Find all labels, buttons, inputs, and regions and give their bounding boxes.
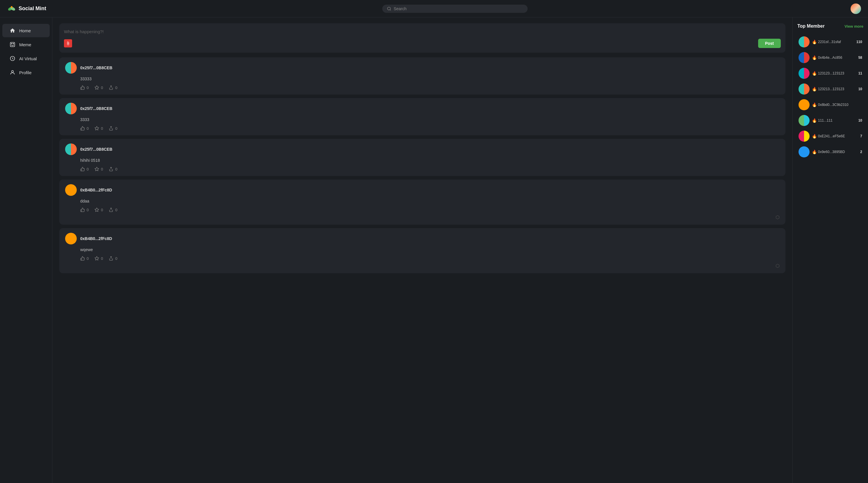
card-actions: 0 0 0 xyxy=(65,126,780,131)
member-avatar xyxy=(799,115,810,126)
member-avatar xyxy=(799,84,810,94)
member-row-4[interactable]: 🔥 123213...123123 10 xyxy=(797,81,863,97)
member-row-6[interactable]: 🔥 111...111 10 xyxy=(797,113,863,128)
meme-icon xyxy=(9,41,16,48)
like-action[interactable]: 0 xyxy=(80,85,89,90)
top-member-header: Top Member View more xyxy=(797,23,863,29)
right-sidebar: Top Member View more 🔥 2231sf...31sfaf 1… xyxy=(793,18,868,483)
member-name: 0x9e60...3895BD xyxy=(818,150,845,154)
member-row-5[interactable]: 🔥 0x8bd0...3C9b2310 xyxy=(797,97,863,113)
fire-icon: 🔥 xyxy=(812,103,817,107)
star-action[interactable]: 0 xyxy=(94,167,103,171)
avatar xyxy=(65,143,77,155)
member-score: 11 xyxy=(859,71,862,75)
member-row-2[interactable]: 🔥 0x4b4e...Ac856 58 xyxy=(797,50,863,65)
member-row-8[interactable]: 🔥 0x9e60...3895BD 2 xyxy=(797,144,863,160)
svg-point-2 xyxy=(11,6,12,8)
member-row-3[interactable]: 🔥 123123...123123 11 xyxy=(797,65,863,81)
like-action[interactable]: 0 xyxy=(80,256,89,261)
like-icon xyxy=(80,85,85,90)
fire-icon: 🔥 xyxy=(812,71,817,76)
share-action[interactable]: 0 xyxy=(109,207,117,212)
card-actions: 0 0 0 xyxy=(65,256,780,261)
like-count: 0 xyxy=(87,86,89,90)
card-header: 0xB4B0...2fFc8D xyxy=(65,233,780,245)
star-count: 0 xyxy=(101,208,103,212)
star-action[interactable]: 0 xyxy=(94,256,103,261)
profile-icon xyxy=(9,69,16,76)
post-input-card: What is happening?! Post xyxy=(59,23,785,53)
like-action[interactable]: 0 xyxy=(80,167,89,171)
star-action[interactable]: 0 xyxy=(94,85,103,90)
star-action[interactable]: 0 xyxy=(94,207,103,212)
like-icon xyxy=(80,167,85,171)
app-name: Social Mint xyxy=(19,5,46,12)
svg-point-3 xyxy=(388,7,391,10)
member-name: 123213...123123 xyxy=(818,87,844,91)
view-more-button[interactable]: View more xyxy=(844,24,863,29)
post-button[interactable]: Post xyxy=(758,39,781,48)
nft-icon: ⬡ xyxy=(776,263,780,268)
attach-icon[interactable] xyxy=(64,39,72,48)
share-action[interactable]: 0 xyxy=(109,167,117,171)
card-actions: 0 0 0 xyxy=(65,207,780,212)
post-input-actions: Post xyxy=(64,39,781,48)
post-content: wqewe xyxy=(65,247,780,252)
share-action[interactable]: 0 xyxy=(109,126,117,131)
logo-area: Social Mint xyxy=(7,4,59,13)
username: 0x25f7...0B8CEB xyxy=(80,65,113,70)
member-score: 10 xyxy=(859,87,862,91)
avatar xyxy=(65,103,77,114)
star-action[interactable]: 0 xyxy=(94,126,103,131)
svg-marker-10 xyxy=(95,86,99,89)
avatar xyxy=(65,62,77,74)
svg-marker-18 xyxy=(95,256,99,260)
fire-icon: 🔥 xyxy=(812,87,817,91)
member-score: 7 xyxy=(860,134,862,138)
search-input[interactable] xyxy=(394,6,523,11)
share-action[interactable]: 0 xyxy=(109,256,117,261)
search-bar xyxy=(59,5,850,13)
like-count: 0 xyxy=(87,256,89,261)
member-info: 🔥 2231sf...31sfaf xyxy=(812,39,854,44)
post-placeholder[interactable]: What is happening?! xyxy=(64,28,781,35)
share-action[interactable]: 0 xyxy=(109,85,117,90)
search-wrapper xyxy=(382,5,528,13)
member-row-1[interactable]: 🔥 2231sf...31sfaf 110 xyxy=(797,34,863,50)
username: 0x25f7...0B8CEB xyxy=(80,147,113,151)
like-action[interactable]: 0 xyxy=(80,126,89,131)
share-count: 0 xyxy=(115,256,117,261)
topnav: Social Mint xyxy=(0,0,868,18)
member-score: 2 xyxy=(860,150,862,154)
sidebar-item-profile[interactable]: Profile xyxy=(2,66,50,79)
fire-icon: 🔥 xyxy=(812,55,817,60)
star-icon xyxy=(94,126,99,131)
share-count: 0 xyxy=(115,126,117,131)
share-icon xyxy=(109,126,113,131)
member-avatar xyxy=(799,52,810,63)
sidebar-item-meme[interactable]: Meme xyxy=(2,38,50,51)
card-actions: 0 0 0 xyxy=(65,167,780,171)
feed-card-2: 0x25f7...0B8CEB 3333 0 0 0 xyxy=(59,98,785,135)
fire-icon: 🔥 xyxy=(812,39,817,44)
feed-card-5: 0xB4B0...2fFc8D wqewe 0 0 0 ⬡ xyxy=(59,228,785,273)
star-count: 0 xyxy=(101,86,103,90)
like-action[interactable]: 0 xyxy=(80,207,89,212)
sidebar-item-label-meme: Meme xyxy=(19,42,31,47)
star-icon xyxy=(94,256,99,261)
sidebar-item-ai-virtual[interactable]: AI Virtual xyxy=(2,52,50,65)
sidebar: Home Meme AI Virtual xyxy=(0,18,52,483)
sidebar-item-home[interactable]: Home xyxy=(2,24,50,37)
share-count: 0 xyxy=(115,208,117,212)
like-icon xyxy=(80,256,85,261)
share-icon xyxy=(109,256,113,261)
card-actions: 0 0 0 xyxy=(65,85,780,90)
like-icon xyxy=(80,207,85,212)
star-count: 0 xyxy=(101,256,103,261)
member-name: 0x8bd0...3C9b2310 xyxy=(818,103,848,107)
feed-card-3: 0x25f7...0B8CEB hihihi 0518 0 0 0 xyxy=(59,139,785,176)
avatar[interactable] xyxy=(850,3,861,14)
star-icon xyxy=(94,85,99,90)
member-row-7[interactable]: 🔥 0xE241...eF5e6E 7 xyxy=(797,128,863,144)
svg-marker-16 xyxy=(95,208,99,211)
